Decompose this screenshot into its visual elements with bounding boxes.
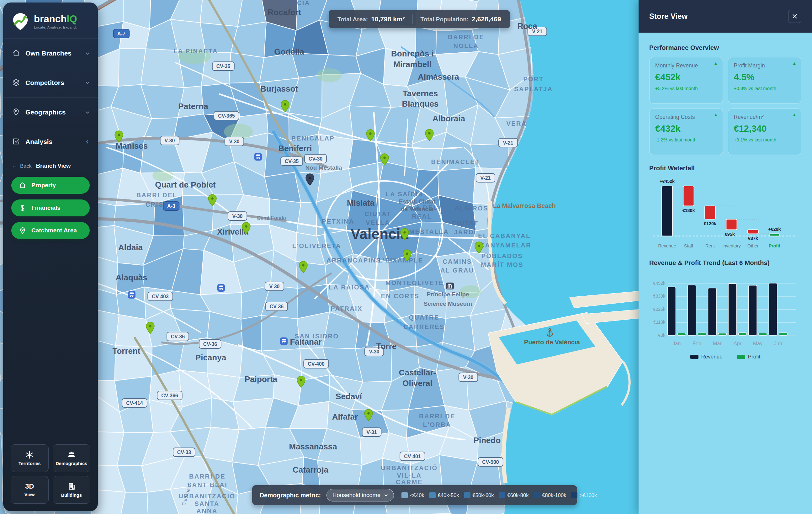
svg-text:Mar: Mar xyxy=(713,341,722,346)
map-label: SANT BLAI xyxy=(187,481,227,488)
map-label: QUATRE xyxy=(409,314,439,321)
map-label: MESTALLA xyxy=(409,228,449,235)
map-label: Príncipe Felipe xyxy=(427,291,469,297)
road-badge: V-30 xyxy=(228,212,247,221)
people-icon xyxy=(67,451,76,459)
svg-text:Profit: Profit xyxy=(769,244,780,248)
brand-tagline: Locate. Analyze. Expand. xyxy=(34,25,77,29)
map-label: PATRAIX xyxy=(330,305,362,312)
catchment-area-button[interactable]: Catchment Area xyxy=(11,222,90,239)
svg-text:V-21: V-21 xyxy=(503,140,514,145)
map-label: Burjassot xyxy=(260,84,298,93)
map-label: LA RAIOSA xyxy=(329,284,370,291)
sidebar-item-label: Geographics xyxy=(25,109,79,116)
buildings-button[interactable]: Buildings xyxy=(53,476,91,504)
map-label: BARRI DEL xyxy=(137,192,177,199)
sidebar-item-competitors[interactable]: Competitors xyxy=(3,68,98,97)
road-badge: CV-36 xyxy=(167,332,189,341)
map-tools: Territories Demographics 3D View Buildin… xyxy=(3,445,98,511)
demographic-metric-dropdown[interactable]: Household income xyxy=(326,489,394,502)
total-population-value: 2,628,469 xyxy=(472,16,501,23)
legend-swatch xyxy=(429,492,436,498)
trend-chart: €0k€113k€226k€339k€452kJanFebMarAprMayJu… xyxy=(649,272,801,363)
trend-up-icon: ▲ xyxy=(714,60,718,66)
chevron-down-icon xyxy=(84,109,91,116)
map-label: Manises xyxy=(116,141,148,150)
map-label: CARRERES xyxy=(403,323,444,330)
legend-profit: Profit xyxy=(737,354,760,360)
road-badge: V-21 xyxy=(499,138,518,147)
sidebar-item-own-branches[interactable]: Own Branches xyxy=(3,38,98,68)
svg-text:Rent: Rent xyxy=(705,244,715,248)
map-label: SAN ISIDRO xyxy=(295,333,339,340)
svg-text:€120k: €120k xyxy=(704,221,716,226)
trend-up-icon: ▲ xyxy=(792,60,796,66)
svg-text:Apr: Apr xyxy=(733,341,742,346)
map-label: Science Museum xyxy=(424,301,472,307)
dollar-icon xyxy=(19,204,26,212)
3d-view-button[interactable]: 3D View xyxy=(11,476,49,504)
territories-button[interactable]: Territories xyxy=(11,445,49,472)
svg-text:CV-36: CV-36 xyxy=(270,304,284,309)
trend-up-icon: ▲ xyxy=(792,112,796,117)
sidebar-item-geographics[interactable]: Geographics xyxy=(3,97,98,127)
svg-text:€95k: €95k xyxy=(725,232,735,237)
road-badge: V-30 xyxy=(225,137,244,146)
map-label: Torrent xyxy=(112,346,140,355)
kpi-monthly-revenue: ▲ Monthly Revenue €452k +5.2% vs last mo… xyxy=(649,57,723,104)
legend-item: €80k-100k xyxy=(533,492,566,498)
sidebar: branchIQ Locate. Analyze. Expand. Own Br… xyxy=(3,2,98,511)
app: A-7A-3CV-35CV-35CV-365CV-30V-30V-30V-30V… xyxy=(0,0,812,514)
legend-label: €80k-100k xyxy=(542,492,566,498)
road-badge: A-7 xyxy=(114,29,129,38)
svg-text:CV-30: CV-30 xyxy=(309,156,323,162)
demographics-button[interactable]: Demographics xyxy=(53,445,91,472)
total-area-label: Total Area: xyxy=(338,16,368,23)
svg-text:V-30: V-30 xyxy=(229,139,240,144)
svg-text:CV-36: CV-36 xyxy=(203,342,218,347)
home-icon xyxy=(12,49,20,57)
close-button[interactable] xyxy=(788,10,801,23)
map-label: Aldaia xyxy=(118,243,143,252)
property-button[interactable]: Property xyxy=(11,177,90,194)
tool-label: Buildings xyxy=(61,493,82,498)
map-label: BARRI DE xyxy=(189,473,226,480)
map-label: JARDÍ xyxy=(454,229,476,235)
map-label: L'OLIVERETA xyxy=(292,242,341,249)
map-label: Valencia xyxy=(351,226,409,242)
svg-text:CV-35: CV-35 xyxy=(216,64,231,69)
svg-text:Feb: Feb xyxy=(693,341,701,346)
svg-text:€180k: €180k xyxy=(683,208,695,213)
map-label: L'EIXAMPLE xyxy=(378,257,423,264)
map-label: URBANITZACIÓ xyxy=(381,464,437,472)
svg-text:Inventory: Inventory xyxy=(722,244,741,248)
legend-swatch xyxy=(402,492,408,498)
svg-text:Jun: Jun xyxy=(774,341,782,346)
legend-swatch xyxy=(533,492,540,498)
legend-label: €60k-80k xyxy=(508,492,529,498)
svg-text:€339k: €339k xyxy=(653,293,666,298)
income-legend: <€40k€40k-50k€50k-60k€60k-80k€80k-100k>€… xyxy=(402,492,597,498)
map-label: AL GRAU xyxy=(440,267,474,274)
map-label: REAL xyxy=(412,213,432,220)
map-label: LA SAÏDIA xyxy=(386,191,424,198)
trend-legend: Revenue Profit xyxy=(649,354,801,363)
financials-button[interactable]: Financials xyxy=(11,199,90,217)
map-label: de València xyxy=(401,206,433,212)
chevron-down-icon xyxy=(383,493,388,498)
map-label: VELLA xyxy=(366,219,390,226)
trend-chart-heading: Revenue & Profit Trend (Last 6 Months) xyxy=(649,259,801,266)
sidebar-item-analysis[interactable]: Analysis xyxy=(3,127,98,156)
legend-label: >€100k xyxy=(580,492,597,498)
svg-text:CV-35: CV-35 xyxy=(285,159,299,164)
back-link[interactable]: Back xyxy=(20,163,32,169)
svg-text:€452k: €452k xyxy=(653,281,666,286)
revenue-swatch xyxy=(690,355,698,359)
map-label: EN CORTS xyxy=(381,293,419,299)
back-arrow-icon[interactable]: ← xyxy=(11,163,17,169)
transit-icon xyxy=(254,153,262,161)
legend-item: >€100k xyxy=(571,492,597,498)
road-badge: CV-403 xyxy=(148,292,173,301)
museum-icon xyxy=(446,283,454,289)
map-label: Bonrepòs i xyxy=(391,49,434,58)
